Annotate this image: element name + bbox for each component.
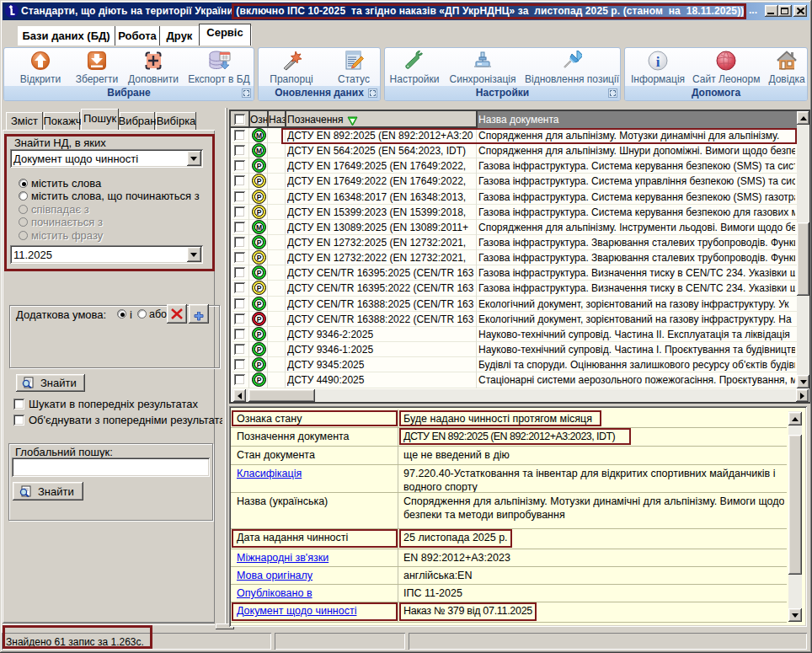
svg-text:i: i — [656, 54, 660, 70]
